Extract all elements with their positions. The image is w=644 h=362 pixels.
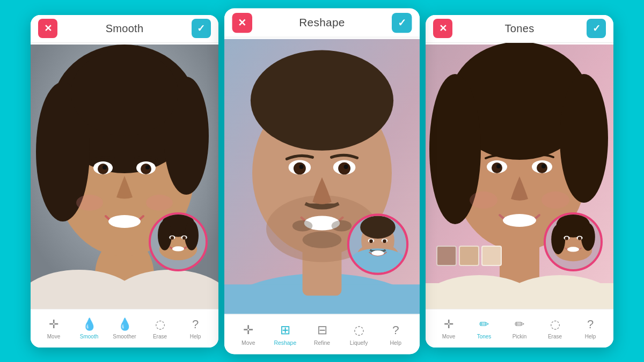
svg-point-74	[470, 191, 497, 209]
svg-point-71	[496, 164, 501, 168]
move-label-2: Move	[241, 339, 255, 345]
smooth-tool-help[interactable]: ? Help	[178, 317, 213, 339]
help-label-3: Help	[585, 334, 596, 339]
reshape-cancel-button[interactable]: ✕	[232, 12, 252, 32]
tones-card: ✕ Tones ✓	[426, 15, 613, 348]
help-icon-3: ?	[587, 317, 594, 331]
smooth-tool-erase[interactable]: ◌ Erase	[142, 317, 178, 339]
svg-point-86	[567, 247, 579, 252]
tones-tool-help[interactable]: ? Help	[573, 317, 608, 339]
smooth-tool-move[interactable]: ✛ Move	[36, 317, 71, 339]
svg-point-85	[578, 237, 581, 240]
reshape-tool-move[interactable]: ✛ Move	[230, 323, 267, 346]
smooth-icon: 💧	[82, 317, 97, 331]
reshape-tool-liquefy[interactable]: ◌ Liquefy	[340, 323, 377, 346]
smoother-icon: 💧	[118, 317, 132, 331]
svg-point-66	[560, 74, 608, 203]
swatch-medium[interactable]	[459, 246, 479, 266]
smooth-thumbnail	[149, 212, 208, 271]
smoother-label: Smoother	[113, 334, 136, 339]
help-icon: ?	[192, 317, 199, 331]
svg-point-16	[108, 215, 141, 228]
pickin-icon: ✏	[515, 317, 524, 331]
reshape-tool-help[interactable]: ? Help	[377, 323, 414, 346]
smooth-confirm-button[interactable]: ✓	[192, 19, 211, 38]
erase-icon: ◌	[155, 317, 165, 331]
tones-icon: ✏	[479, 317, 489, 331]
smooth-tool-smooth[interactable]: 💧 Smooth	[71, 317, 107, 339]
reshape-confirm-button[interactable]: ✓	[392, 12, 412, 32]
smooth-cancel-button[interactable]: ✕	[38, 19, 57, 38]
tones-toolbar: ✛ Move ✏ Tones ✏ Pickin ◌ Erase ? Help	[426, 309, 613, 348]
svg-point-69	[492, 162, 502, 173]
erase-label: Erase	[153, 334, 167, 339]
erase-icon-3: ◌	[550, 317, 560, 331]
svg-point-24	[185, 220, 199, 250]
smooth-tool-smoother[interactable]: 💧 Smoother	[107, 317, 142, 339]
tones-tool-erase[interactable]: ◌ Erase	[537, 317, 573, 339]
cancel-icon-3: ✕	[439, 23, 447, 34]
liquefy-icon: ◌	[354, 323, 364, 337]
tones-title: Tones	[505, 23, 535, 35]
smooth-thumb-svg	[151, 215, 206, 269]
move-label: Move	[47, 334, 60, 339]
tones-photo-area	[426, 43, 613, 309]
reshape-tool-refine[interactable]: ⊟ Refine	[304, 323, 341, 346]
reshape-label: Reshape	[274, 339, 297, 345]
tones-thumb-svg	[546, 215, 601, 269]
svg-point-28	[182, 236, 186, 239]
svg-point-81	[581, 223, 595, 250]
liquefy-label: Liquefy	[350, 339, 368, 345]
tones-cancel-button[interactable]: ✕	[433, 19, 452, 38]
reshape-thumb-svg	[349, 216, 406, 272]
smooth-toolbar: ✛ Move 💧 Smooth 💧 Smoother ◌ Erase ? Hel…	[31, 309, 218, 348]
reshape-title: Reshape	[299, 16, 345, 29]
confirm-icon-3: ✓	[592, 23, 601, 34]
move-icon-2: ✛	[243, 323, 253, 337]
pickin-label: Pickin	[513, 334, 527, 339]
svg-point-72	[541, 164, 546, 168]
reshape-tool-reshape[interactable]: ⊞ Reshape	[267, 323, 304, 346]
svg-point-84	[565, 237, 568, 240]
svg-point-35	[251, 50, 393, 150]
cancel-icon: ✕	[44, 23, 52, 34]
svg-point-80	[551, 224, 565, 254]
confirm-icon-2: ✓	[398, 16, 406, 28]
smooth-header: ✕ Smooth ✓	[31, 15, 218, 43]
help-label-2: Help	[390, 339, 401, 345]
tones-header: ✕ Tones ✓	[426, 15, 613, 43]
smooth-label: Smooth	[80, 334, 98, 339]
refine-icon: ⊟	[317, 323, 327, 337]
tones-thumbnail	[544, 212, 603, 271]
reshape-card: ✕ Reshape ✓	[224, 8, 420, 354]
tones-tool-tones[interactable]: ✏ Tones	[466, 317, 502, 339]
svg-point-7	[71, 50, 178, 136]
help-label: Help	[190, 334, 201, 339]
smooth-title: Smooth	[106, 23, 144, 35]
tone-swatches-group[interactable]	[436, 246, 502, 266]
reshape-toolbar: ✛ Move ⊞ Reshape ⊟ Refine ◌ Liquefy ? He…	[224, 314, 420, 354]
reshape-thumbnail	[347, 213, 408, 275]
svg-point-17	[76, 195, 103, 211]
cancel-icon-2: ✕	[238, 16, 246, 28]
confirm-icon: ✓	[197, 23, 205, 34]
move-label-3: Move	[442, 334, 455, 339]
swatch-dark[interactable]	[436, 246, 457, 266]
tones-confirm-button[interactable]: ✓	[587, 19, 606, 38]
svg-point-70	[537, 162, 547, 173]
move-icon: ✛	[49, 317, 58, 331]
svg-point-18	[146, 195, 173, 211]
help-icon-2: ?	[392, 323, 399, 337]
tones-label: Tones	[477, 334, 492, 339]
refine-label: Refine	[314, 339, 330, 345]
svg-point-23	[158, 220, 172, 250]
erase-label-3: Erase	[548, 334, 562, 339]
svg-point-13	[141, 164, 151, 174]
swatch-light[interactable]	[481, 246, 502, 266]
tones-tool-pickin[interactable]: ✏ Pickin	[502, 317, 537, 339]
svg-rect-62	[426, 283, 613, 307]
reshape-header: ✕ Reshape ✓	[224, 8, 420, 37]
reshape-icon: ⊞	[280, 323, 290, 337]
tones-tool-move[interactable]: ✛ Move	[431, 317, 466, 339]
svg-point-29	[172, 246, 184, 251]
